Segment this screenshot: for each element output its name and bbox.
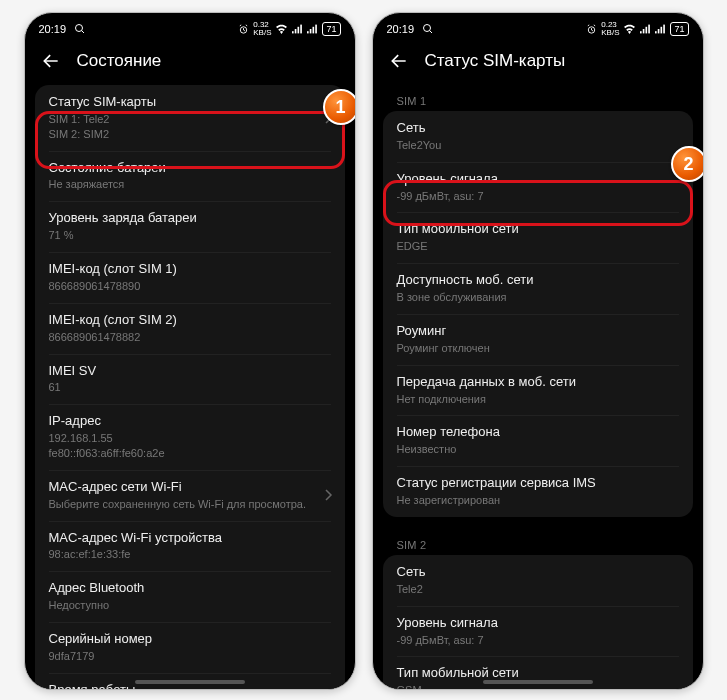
svg-rect-27 [655,31,657,33]
row-title: Роуминг [397,323,679,340]
status-speed: 0.23KB/S [601,21,619,37]
row-title: Сеть [397,120,679,137]
page-title: Статус SIM-карты [425,51,566,71]
row-title: IMEI SV [49,363,331,380]
row-subtitle: Роуминг отключен [397,341,679,356]
row-title: Тип мобильной сети [397,221,679,238]
list-item[interactable]: СетьTele2 [383,555,693,606]
row-title: Номер телефона [397,424,679,441]
row-title: Адрес Bluetooth [49,580,331,597]
svg-line-17 [430,31,433,34]
list-item[interactable]: Адрес BluetoothНедоступно [35,571,345,622]
list-item[interactable]: IMEI-код (слот SIM 1)866689061478890 [35,252,345,303]
row-subtitle: 192.168.1.55 fe80::f063:a6ff:fe60:a2e [49,431,331,461]
content: SIM 1 СетьTele2YouУровень сигнала-99 дБм… [373,85,703,689]
row-subtitle: Не заряжается [49,177,331,192]
svg-rect-11 [307,31,309,33]
wifi-icon [275,24,288,34]
phone-left: 20:19 0.32KB/S 71 Состояние Статус SIM-к… [24,12,356,690]
row-subtitle: Неизвестно [397,442,679,457]
home-indicator [135,680,245,684]
row-subtitle: SIM 1: Tele2 SIM 2: SIM2 [49,112,331,142]
chevron-right-icon [325,489,333,501]
list-item[interactable]: Уровень заряда батареи71 % [35,201,345,252]
list-item[interactable]: Передача данных в моб. сетиНет подключен… [383,365,693,416]
row-title: MAC-адрес сети Wi-Fi [49,479,331,496]
svg-line-20 [592,29,593,30]
row-title: Статус SIM-карты [49,94,331,111]
list-item[interactable]: СетьTele2You [383,111,693,162]
status-time: 20:19 [39,23,67,35]
row-subtitle: Не зарегистрирован [397,493,679,508]
list-item[interactable]: РоумингРоуминг отключен [383,314,693,365]
svg-rect-24 [643,29,645,33]
badge-1: 1 [323,89,356,125]
row-subtitle: -99 дБмВт, asu: 7 [397,633,679,648]
phone-right: 20:19 0.23KB/S 71 Статус SIM-карты SIM 1… [372,12,704,690]
back-icon[interactable] [389,51,409,71]
row-subtitle: Tele2 [397,582,679,597]
list-item[interactable]: Уровень сигнала-99 дБмВт, asu: 7 [383,162,693,213]
list-item[interactable]: MAC-адрес сети Wi-FiВыберите сохраненную… [35,470,345,521]
row-title: IMEI-код (слот SIM 1) [49,261,331,278]
row-subtitle: 9dfa7179 [49,649,331,664]
row-subtitle: 61 [49,380,331,395]
svg-rect-14 [316,25,318,34]
list-item[interactable]: Доступность моб. сетиВ зоне обслуживания [383,263,693,314]
row-title: Уровень заряда батареи [49,210,331,227]
row-subtitle: Недоступно [49,598,331,613]
row-title: Серийный номер [49,631,331,648]
list-item[interactable]: Тип мобильной сетиGSM [383,656,693,689]
row-subtitle: 71 % [49,228,331,243]
list-item[interactable]: IMEI SV61 [35,354,345,405]
list-item[interactable]: Тип мобильной сетиEDGE [383,212,693,263]
list-item[interactable]: IMEI-код (слот SIM 2)866689061478882 [35,303,345,354]
list-item[interactable]: IP-адрес192.168.1.55 fe80::f063:a6ff:fe6… [35,404,345,470]
svg-line-21 [588,24,589,25]
row-subtitle: Выберите сохраненную сеть Wi-Fi для прос… [49,497,331,512]
svg-rect-30 [664,25,666,34]
row-subtitle: 866689061478882 [49,330,331,345]
row-subtitle: Нет подключения [397,392,679,407]
svg-line-5 [240,24,241,25]
status-bar: 20:19 0.32KB/S 71 [25,13,355,43]
sim2-group: СетьTele2Уровень сигнала-99 дБмВт, asu: … [383,555,693,689]
list-item[interactable]: Уровень сигнала-99 дБмВт, asu: 7 [383,606,693,657]
header: Состояние [25,43,355,85]
svg-rect-28 [658,29,660,33]
list-item[interactable]: MAC-адрес Wi-Fi устройства98:ac:ef:1e:33… [35,521,345,572]
header: Статус SIM-карты [373,43,703,85]
status-bar: 20:19 0.23KB/S 71 [373,13,703,43]
signal-icon-2 [307,24,318,34]
badge-2: 2 [671,146,704,182]
row-subtitle: GSM [397,683,679,689]
sim1-label: SIM 1 [383,85,693,111]
row-title: Уровень сигнала [397,615,679,632]
svg-rect-13 [313,27,315,34]
svg-rect-25 [646,27,648,34]
signal-icon-2 [655,24,666,34]
svg-line-6 [246,24,247,25]
svg-line-22 [594,24,595,25]
row-title: Передача данных в моб. сети [397,374,679,391]
row-title: Состояние батареи [49,160,331,177]
svg-rect-8 [295,29,297,33]
list-item[interactable]: Серийный номер9dfa7179 [35,622,345,673]
list-item[interactable]: Статус SIM-картыSIM 1: Tele2 SIM 2: SIM2 [35,85,345,151]
list-item[interactable]: Номер телефонаНеизвестно [383,415,693,466]
signal-icon [292,24,303,34]
svg-rect-23 [640,31,642,33]
list-item[interactable]: Состояние батареиНе заряжается [35,151,345,202]
row-subtitle: В зоне обслуживания [397,290,679,305]
sim2-label: SIM 2 [383,529,693,555]
svg-line-4 [244,29,245,30]
list-item[interactable]: Статус регистрации сервиса IMSНе зарегис… [383,466,693,517]
row-subtitle: -99 дБмВт, asu: 7 [397,189,679,204]
svg-rect-26 [649,25,651,34]
alarm-icon [238,24,249,35]
sim1-group: СетьTele2YouУровень сигнала-99 дБмВт, as… [383,111,693,517]
row-title: Уровень сигнала [397,171,679,188]
content: Статус SIM-картыSIM 1: Tele2 SIM 2: SIM2… [25,85,355,689]
back-icon[interactable] [41,51,61,71]
wifi-icon [623,24,636,34]
